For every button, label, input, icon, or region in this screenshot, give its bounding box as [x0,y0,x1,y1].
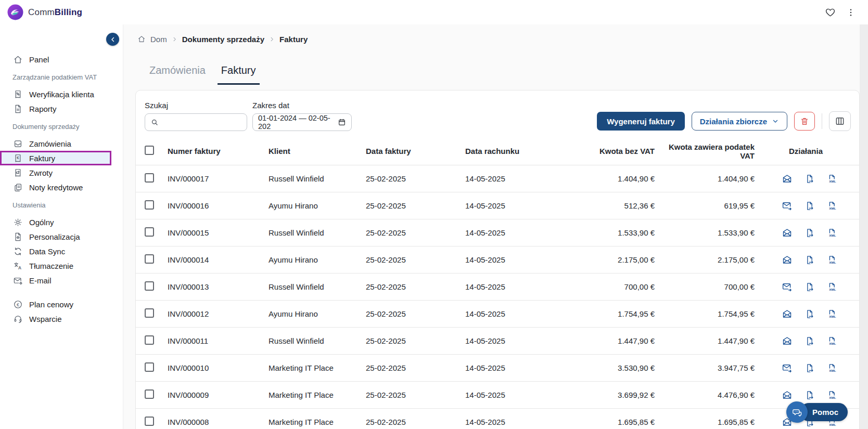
email-open-icon[interactable] [782,308,793,319]
sidebar-item-wsparcie[interactable]: Wsparcie [0,311,123,326]
download-xml-icon[interactable]: XML [827,282,837,292]
amount-net: 3.530,90 € [572,363,661,372]
row-checkbox[interactable] [145,417,154,426]
invoice-number: INV/000017 [168,174,269,183]
email-open-icon[interactable] [782,173,793,184]
email-send-icon[interactable] [782,281,793,292]
app-logo[interactable]: CommBilling [7,4,82,20]
email-send-icon[interactable] [782,200,793,211]
sidebar-item-label: Data Sync [29,247,65,256]
email-open-icon[interactable] [782,335,793,346]
invoice-date: 25-02-2025 [366,174,465,183]
column-header-numer-faktury[interactable]: Numer faktury [168,147,269,155]
row-checkbox[interactable] [145,200,154,210]
billing-date: 14-05-2025 [465,309,572,318]
tab-faktury[interactable]: Faktury [218,64,260,85]
sidebar-item-weryfikacja-klienta[interactable]: Weryfikacja klienta [0,87,123,101]
favorite-heart-icon[interactable] [825,7,836,18]
breadcrumb-item-dom[interactable]: Dom [150,35,167,44]
download-xml-icon[interactable]: XML [827,309,837,319]
column-chooser-button[interactable] [829,111,851,131]
row-checkbox[interactable] [145,335,154,345]
delete-button[interactable] [794,112,815,131]
download-xml-icon[interactable]: XML [827,174,837,184]
svg-text:XML: XML [829,288,836,291]
sidebar-item-zamowienia[interactable]: Zamówienia [0,136,123,151]
scrollbar-track[interactable] [860,24,868,429]
sidebar-item-noty-kredytowe[interactable]: Noty kredytowe [0,180,123,194]
download-xml-icon[interactable]: XML [827,201,837,211]
export-document-icon[interactable] [805,282,815,292]
tab-zamowienia[interactable]: Zamówienia [146,64,209,85]
row-checkbox[interactable] [145,362,154,372]
receipt-euro-icon: € [12,153,23,163]
email-send-icon[interactable] [782,362,793,373]
date-range-input[interactable]: 01-01-2024 — 02-05-202 [252,113,352,131]
sidebar-item-personalizacja[interactable]: Personalizacja [0,229,123,244]
amount-gross: 3.947,75 € [661,363,761,372]
table-header: Numer faktury Klient Data faktury Data r… [136,137,859,165]
row-checkbox[interactable] [145,308,154,318]
date-range-label: Zakres dat [252,101,352,110]
chevron-right-icon [172,36,177,42]
row-checkbox[interactable] [145,227,154,237]
email-open-icon[interactable] [782,389,793,400]
export-document-icon[interactable] [805,309,815,319]
column-header-data-faktury[interactable]: Data faktury [366,147,465,155]
sidebar-collapse-button[interactable] [106,33,119,46]
sidebar-item-label: Ogólny [29,218,54,227]
email-open-icon[interactable] [782,227,793,238]
column-header-klient[interactable]: Klient [269,147,366,155]
export-document-icon[interactable] [805,390,815,400]
sidebar-item-faktury[interactable]: € Faktury [0,151,111,165]
select-all-checkbox[interactable] [145,146,154,155]
download-xml-icon[interactable]: XML [827,363,837,373]
sidebar-item-tlumaczenie[interactable]: A Tłumaczenie [0,258,123,273]
row-checkbox[interactable] [145,281,154,291]
column-header-kwota-bez-vat[interactable]: Kwota bez VAT [572,147,661,155]
column-header-kwota-z-vat[interactable]: Kwota zawiera podatek VAT [661,142,761,160]
sidebar-item-panel[interactable]: Panel [0,52,123,67]
email-open-icon[interactable] [782,254,793,265]
svg-text:€: € [16,302,19,307]
client-name: Ayumu Hirano [269,255,366,264]
row-checkbox[interactable] [145,389,154,399]
bulk-actions-label: Działania zbiorcze [700,117,767,126]
sidebar-item-ogolny[interactable]: Ogólny [0,215,123,229]
row-checkbox[interactable] [145,254,154,264]
export-document-icon[interactable] [805,228,815,238]
generate-invoices-button[interactable]: Wygeneruj faktury [597,112,685,131]
sidebar-item-plan-cenowy[interactable]: € Plan cenowy [0,297,123,311]
export-document-icon[interactable] [805,174,815,184]
download-xml-icon[interactable]: XML [827,255,837,265]
breadcrumb-item-dokumenty[interactable]: Dokumenty sprzedaży [182,35,264,44]
row-checkbox[interactable] [145,173,154,183]
sidebar-item-data-sync[interactable]: Data Sync [0,244,123,258]
invoice-date: 25-02-2025 [366,282,465,291]
svg-text:XML: XML [829,369,836,372]
export-document-icon[interactable] [805,336,815,346]
breadcrumb-item-faktury[interactable]: Faktury [279,35,308,44]
breadcrumb-home-icon[interactable] [137,35,146,43]
download-xml-icon[interactable]: XML [827,390,837,400]
invoice-number: INV/000016 [168,201,269,210]
column-header-data-rachunku[interactable]: Data rachunku [465,147,572,155]
bulk-actions-button[interactable]: Działania zbiorcze [692,112,787,131]
download-xml-icon[interactable]: XML [827,336,837,346]
sidebar-item-label: Zamówienia [29,139,71,148]
sidebar-item-email[interactable]: E-mail [0,273,123,288]
sidebar-item-raporty[interactable]: Raporty [0,101,123,116]
export-document-icon[interactable] [805,363,815,373]
more-options-kebab-icon[interactable] [846,8,856,17]
sidebar-item-label: Raporty [29,105,57,113]
table-row: INV/000008 Marketing IT Place 25-02-2025… [136,409,859,429]
sidebar-item-zwroty[interactable]: Zwroty [0,165,123,180]
export-document-icon[interactable] [805,255,815,265]
invoice-number: INV/000009 [168,391,269,399]
export-document-icon[interactable] [805,201,815,211]
download-xml-icon[interactable]: XML [827,228,837,238]
client-name: Marketing IT Place [269,363,366,372]
billing-date: 14-05-2025 [465,228,572,237]
search-input[interactable] [145,113,247,131]
help-button[interactable]: Pomoc [786,401,848,423]
